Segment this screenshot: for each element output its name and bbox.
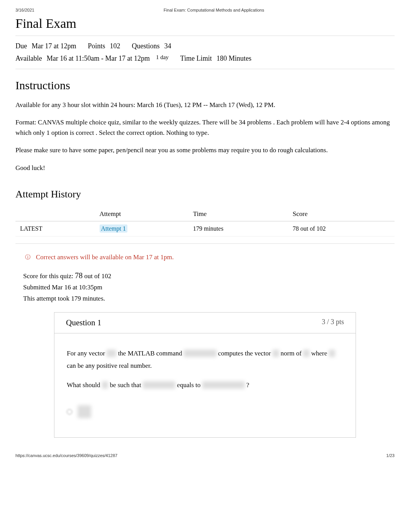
blurred-content: x — [303, 350, 310, 357]
question-points: 3 / 3 pts — [322, 318, 344, 328]
blurred-content: xx — [107, 350, 116, 357]
blurred-content: x — [273, 350, 279, 357]
table-header-row: Attempt Time Score — [15, 207, 395, 221]
meta-due: Due Mar 17 at 12pm — [15, 40, 76, 52]
blurred-content: x — [102, 381, 108, 389]
score-line-3: This attempt took 179 minutes. — [23, 293, 395, 304]
meta-due-label: Due — [15, 40, 27, 52]
q1-l1d: norm of — [281, 350, 303, 357]
attempt-history-table: Attempt Time Score LATEST Attempt 1 179 … — [15, 207, 395, 236]
col-time: Time — [188, 207, 288, 221]
instructions-p2e: . Select the correct option. Nothing to … — [96, 129, 209, 136]
q1-l1f: can be any positive real number. — [67, 362, 152, 369]
instructions-body: Available for any 3 hour slot within 24 … — [15, 100, 395, 173]
meta-time-limit-value: 180 Minutes — [217, 52, 252, 65]
answer-option-1[interactable]: p=0 — [67, 405, 343, 418]
q1-l2a: What should — [67, 381, 102, 389]
meta-due-value: Mar 17 at 12pm — [32, 40, 76, 52]
blurred-content: x — [329, 350, 335, 357]
score-prefix: Score for this quiz: — [23, 272, 75, 280]
page-title: Final Exam — [15, 16, 395, 31]
question-header: Question 1 3 / 3 pts — [54, 313, 356, 333]
print-footer: https://canvas.ucsc.edu/courses/39609/qu… — [15, 453, 395, 458]
q1-l1b: the MATLAB command — [118, 350, 184, 357]
blurred-option-text: p=0 — [78, 405, 91, 418]
col-blank — [15, 207, 95, 221]
print-header: 3/16/2021 Final Exam: Computational Meth… — [15, 8, 395, 12]
blurred-content: xxxxxxxxx — [184, 350, 217, 357]
print-doc-title: Final Exam: Computational Methods and Ap… — [164, 8, 264, 12]
meta-points: Points 102 — [88, 40, 120, 52]
instructions-p1: Available for any 3 hour slot within 24 … — [15, 100, 395, 110]
blurred-content: xxxxxxxxxxxx — [202, 381, 245, 389]
instructions-p3: Please make sure to have some paper, pen… — [15, 145, 395, 155]
radio-icon[interactable] — [67, 409, 72, 415]
meta-time-limit-label: Time Limit — [180, 52, 212, 65]
question-title: Question 1 — [66, 318, 102, 328]
notice-text: Correct answers will be available on Mar… — [36, 253, 174, 261]
col-score: Score — [288, 207, 395, 221]
score-line-2: Submitted Mar 16 at 10:35pm — [23, 282, 395, 293]
score-line-1: Score for this quiz: 78 out of 102 — [23, 269, 395, 282]
q1-l2d: ? — [246, 381, 249, 389]
instructions-p2b: 34 problems — [239, 119, 272, 126]
meta-points-label: Points — [88, 40, 105, 52]
meta-available-sub: 1 day — [156, 52, 169, 65]
question-line-2: What should x be such that xxxxxxxxx equ… — [67, 379, 343, 391]
meta-available: Available Mar 16 at 11:50am - Mar 17 at … — [15, 52, 169, 65]
score-suffix: out of 102 — [84, 272, 111, 280]
attempt-link-cell: Attempt 1 — [95, 221, 188, 236]
meta-available-label: Available — [15, 52, 42, 65]
attempt-time: 179 minutes — [188, 221, 288, 236]
score-value: 78 — [75, 271, 83, 280]
meta-questions-value: 34 — [164, 40, 171, 52]
q1-l1c: computes the vector — [218, 350, 273, 357]
correct-answers-notice: ⓘ Correct answers will be available on M… — [25, 253, 395, 261]
instructions-p2a: Format: CANVAS multiple choice quiz, sim… — [15, 119, 239, 126]
attempt-status: LATEST — [15, 221, 95, 236]
instructions-p2d: only 1 option is correct — [33, 129, 94, 136]
q1-l2c: equals to — [177, 381, 202, 389]
divider — [15, 243, 395, 244]
q1-l2b: be such that — [110, 381, 142, 389]
table-row: LATEST Attempt 1 179 minutes 78 out of 1… — [15, 221, 395, 236]
attempt-score: 78 out of 102 — [288, 221, 395, 236]
meta-questions-label: Questions — [132, 40, 160, 52]
instructions-p4: Good luck! — [15, 163, 395, 173]
meta-questions: Questions 34 — [132, 40, 171, 52]
question-card-1: Question 1 3 / 3 pts For any vector xx t… — [54, 312, 356, 438]
blurred-content: xxxxxxxxx — [143, 381, 176, 389]
instructions-p2: Format: CANVAS multiple choice quiz, sim… — [15, 117, 395, 138]
print-date: 3/16/2021 — [15, 8, 34, 12]
score-summary: Score for this quiz: 78 out of 102 Submi… — [23, 269, 395, 304]
col-attempt: Attempt — [95, 207, 188, 221]
print-spacer — [393, 8, 395, 12]
question-body: For any vector xx the MATLAB command xxx… — [54, 333, 356, 437]
attempt-link[interactable]: Attempt 1 — [100, 224, 127, 233]
meta-points-value: 102 — [110, 40, 120, 52]
footer-url: https://canvas.ucsc.edu/courses/39609/qu… — [15, 453, 117, 458]
info-icon: ⓘ — [25, 254, 30, 261]
quiz-meta: Due Mar 17 at 12pm Points 102 Questions … — [15, 36, 395, 69]
q1-l1a: For any vector — [67, 350, 107, 357]
meta-time-limit: Time Limit 180 Minutes — [180, 52, 251, 65]
footer-page: 1/23 — [386, 453, 395, 458]
attempt-history-heading: Attempt History — [15, 189, 395, 200]
meta-available-value: Mar 16 at 11:50am - Mar 17 at 12pm — [47, 52, 150, 65]
instructions-heading: Instructions — [15, 79, 395, 92]
q1-l1e: where — [311, 350, 329, 357]
question-line-1: For any vector xx the MATLAB command xxx… — [67, 347, 343, 372]
